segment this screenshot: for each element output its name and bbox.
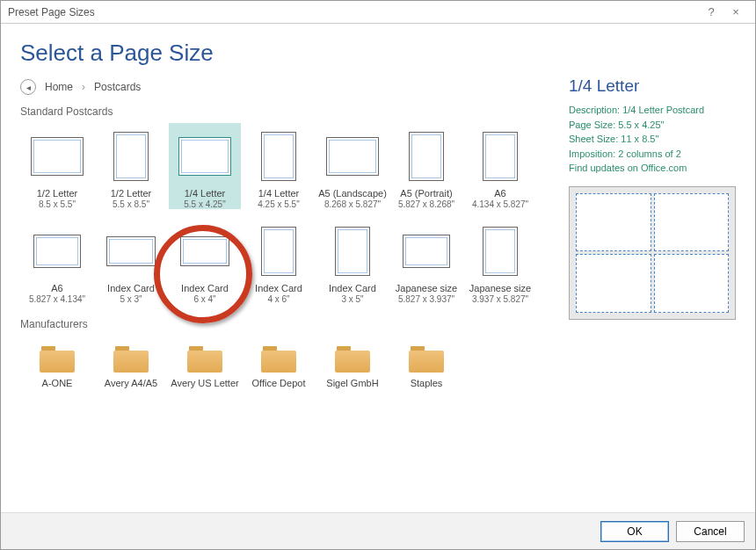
page-thumb-wrap — [243, 128, 315, 185]
page-thumb-icon — [335, 227, 370, 276]
detail-update-link[interactable]: Find updates on Office.com — [569, 163, 687, 173]
page-thumb-icon — [31, 137, 84, 176]
page-thumb-wrap — [316, 223, 389, 279]
breadcrumb-home[interactable]: Home — [45, 81, 73, 93]
page-thumb-icon — [106, 236, 156, 266]
page-size-name: A6 — [464, 188, 536, 199]
page-size-item[interactable]: A64.134 x 5.827" — [464, 123, 536, 209]
cancel-button[interactable]: Cancel — [676, 521, 745, 542]
page-size-name: Japanese size — [464, 283, 536, 294]
page-thumb-icon — [180, 236, 229, 266]
breadcrumb-current: Postcards — [94, 81, 141, 93]
page-size-dimensions: 5 x 3" — [95, 294, 167, 305]
page-thumb-icon — [483, 132, 518, 181]
manufacturer-name: Avery A4/A5 — [95, 378, 167, 389]
page-size-dimensions: 6 x 4" — [169, 294, 241, 305]
page-thumb-wrap — [169, 128, 241, 185]
folder-icon — [409, 346, 444, 373]
back-button[interactable]: ◂ — [20, 79, 36, 95]
page-thumb-wrap — [95, 223, 167, 279]
detail-meta: Description: 1/4 Letter Postcard Page Si… — [569, 103, 736, 176]
page-thumb-wrap — [21, 223, 93, 279]
page-size-name: A6 — [21, 283, 93, 294]
window-title: Preset Page Sizes — [8, 6, 699, 18]
page-size-item[interactable]: 1/4 Letter4.25 x 5.5" — [243, 123, 315, 209]
page-thumb-icon — [326, 137, 379, 176]
page-size-item[interactable]: 1/2 Letter5.5 x 8.5" — [95, 123, 167, 209]
detail-title: 1/4 Letter — [569, 76, 736, 96]
page-thumb-wrap — [169, 223, 241, 279]
manufacturer-folder[interactable]: Sigel GmbH — [316, 336, 389, 389]
page-size-dimensions: 3.937 x 5.827" — [464, 294, 536, 305]
page-thumb-icon — [178, 137, 231, 176]
page-thumb-icon — [483, 227, 518, 276]
preview-page — [576, 193, 651, 252]
detail-line: Page Size: 5.5 x 4.25" — [569, 118, 736, 133]
page-size-name: Index Card — [243, 283, 315, 294]
folder-icon — [113, 346, 149, 373]
manufacturers-grid: A-ONEAvery A4/A5Avery US LetterOffice De… — [20, 336, 551, 398]
page-thumb-icon — [409, 132, 444, 181]
section-manufacturers-label: Manufacturers — [20, 318, 551, 330]
page-thumb-wrap — [21, 128, 93, 185]
folder-icon — [335, 346, 370, 373]
manufacturer-folder[interactable]: A-ONE — [21, 336, 93, 389]
page-thumb-icon — [113, 132, 149, 181]
folder-icon — [261, 346, 296, 373]
page-size-dimensions: 4.25 x 5.5" — [243, 199, 315, 210]
page-size-name: Japanese size — [390, 283, 462, 294]
preview-page — [654, 193, 730, 252]
page-size-item[interactable]: Index Card6 x 4" — [169, 218, 241, 304]
page-thumb-wrap — [243, 223, 315, 279]
folder-icon — [187, 346, 222, 373]
dialog-content: Select a Page Size ◂ Home › Postcards St… — [1, 24, 755, 512]
page-thumb-wrap — [464, 223, 536, 279]
page-size-item[interactable]: A5 (Landscape)8.268 x 5.827" — [316, 123, 389, 209]
breadcrumb: ◂ Home › Postcards — [20, 79, 551, 95]
page-size-dimensions: 5.827 x 3.937" — [390, 294, 462, 305]
page-size-item[interactable]: A5 (Portrait)5.827 x 8.268" — [390, 123, 462, 209]
section-standard-label: Standard Postcards — [20, 105, 551, 118]
manufacturer-folder[interactable]: Staples — [390, 336, 462, 389]
page-size-name: 1/2 Letter — [21, 188, 93, 199]
page-size-item[interactable]: 1/2 Letter8.5 x 5.5" — [21, 123, 93, 209]
folder-icon — [40, 346, 75, 373]
manufacturer-folder[interactable]: Avery US Letter — [169, 336, 241, 389]
page-size-name: 1/4 Letter — [169, 188, 241, 199]
manufacturer-name: A-ONE — [21, 378, 93, 389]
title-bar: Preset Page Sizes ? × — [1, 1, 755, 24]
page-size-name: Index Card — [95, 283, 167, 294]
page-size-dimensions: 8.268 x 5.827" — [316, 199, 389, 210]
page-thumb-wrap — [390, 223, 462, 279]
page-thumb-wrap — [316, 128, 389, 185]
page-size-item[interactable]: 1/4 Letter5.5 x 4.25" — [169, 123, 241, 209]
page-size-item[interactable]: Index Card5 x 3" — [95, 218, 167, 304]
help-button[interactable]: ? — [699, 5, 723, 18]
close-button[interactable]: × — [723, 5, 748, 18]
page-size-name: 1/4 Letter — [243, 188, 315, 199]
manufacturer-folder[interactable]: Office Depot — [243, 336, 315, 389]
page-thumb-icon — [33, 235, 81, 268]
page-size-dimensions: 5.827 x 4.134" — [21, 294, 93, 305]
page-size-dimensions: 5.5 x 4.25" — [169, 199, 241, 210]
page-size-item[interactable]: Index Card4 x 6" — [243, 218, 315, 304]
manufacturer-name: Sigel GmbH — [316, 378, 389, 389]
page-thumb-icon — [261, 227, 296, 276]
breadcrumb-separator: › — [82, 81, 85, 93]
page-thumb-icon — [403, 235, 450, 268]
page-size-item[interactable]: Japanese size5.827 x 3.937" — [390, 218, 462, 304]
page-size-item[interactable]: Japanese size3.937 x 5.827" — [464, 218, 536, 304]
page-size-dimensions: 4 x 6" — [243, 294, 315, 305]
detail-line: Description: 1/4 Letter Postcard — [569, 103, 736, 118]
page-thumb-wrap — [464, 128, 536, 185]
detail-pane: 1/4 Letter Description: 1/4 Letter Postc… — [569, 40, 736, 512]
page-size-dimensions: 4.134 x 5.827" — [464, 199, 536, 210]
page-size-item[interactable]: A65.827 x 4.134" — [21, 218, 93, 304]
ok-button[interactable]: OK — [600, 521, 669, 542]
page-size-grid: 1/2 Letter8.5 x 5.5"1/2 Letter5.5 x 8.5"… — [20, 123, 551, 313]
page-size-name: A5 (Landscape) — [316, 188, 389, 199]
manufacturer-name: Staples — [390, 378, 462, 389]
manufacturer-folder[interactable]: Avery A4/A5 — [95, 336, 167, 389]
page-size-item[interactable]: Index Card3 x 5" — [316, 218, 389, 304]
detail-line: Sheet Size: 11 x 8.5" — [569, 132, 736, 147]
